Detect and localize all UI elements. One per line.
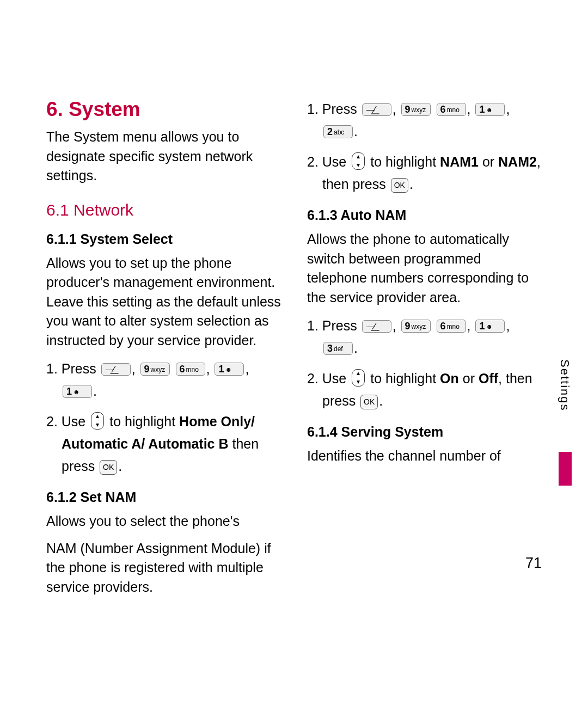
intro-text: The System menu allows you to designate …	[46, 127, 281, 186]
heading-serving-system: 6.1.4 Serving System	[307, 424, 542, 440]
side-tab-marker	[559, 452, 572, 486]
step-613-1: 1. Press , 9wxyz 6mno, 1☻, 3def.	[307, 315, 542, 360]
ok-key-icon: OK	[360, 395, 378, 409]
ok-key-icon: OK	[100, 460, 117, 475]
heading-auto-nam: 6.1.3 Auto NAM	[307, 207, 542, 223]
para-system-select: Allows you to set up the phone producer'…	[46, 254, 281, 351]
step-612-1: 1. Press , 9wxyz 6mno, 1☻, 2abc.	[307, 98, 542, 143]
para-auto-nam: Allows the phone to automatically switch…	[307, 230, 542, 307]
menu-key-icon	[362, 103, 391, 116]
para-set-nam-2: NAM (Number Assignment Module) if the ph…	[46, 539, 281, 597]
nav-updown-icon	[352, 152, 365, 170]
menu-key-icon	[362, 320, 391, 333]
step-613-2: 2. Use to highlight On or Off, then pres…	[307, 367, 542, 413]
key-6: 6mno	[437, 320, 466, 333]
section-heading: 6. System	[46, 98, 281, 121]
step-611-2: 2. Use to highlight Home Only/ Automatic…	[46, 410, 281, 478]
page-number: 71	[525, 555, 542, 572]
key-1: 1☻	[475, 320, 505, 333]
key-6: 6mno	[437, 103, 466, 116]
key-1: 1☻	[215, 363, 244, 376]
para-set-nam-1: Allows you to select the phone's	[46, 512, 281, 531]
key-6: 6mno	[176, 363, 205, 376]
side-tab-label: Settings	[558, 359, 572, 412]
step-611-1: 1. Press , 9wxyz 6mno, 1☻, 1☻.	[46, 358, 281, 403]
key-3: 3def	[323, 342, 353, 355]
nav-updown-icon	[352, 369, 365, 387]
menu-key-icon	[101, 363, 131, 376]
key-9: 9wxyz	[401, 320, 431, 333]
key-2: 2abc	[323, 125, 353, 138]
key-1b: 1☻	[63, 385, 92, 398]
ok-key-icon: OK	[391, 178, 408, 193]
nav-updown-icon	[91, 412, 104, 430]
subsection-network: 6.1 Network	[46, 201, 281, 219]
heading-system-select: 6.1.1 System Select	[46, 231, 281, 247]
key-9: 9wxyz	[401, 103, 431, 116]
key-9: 9wxyz	[140, 363, 170, 376]
heading-set-nam: 6.1.2 Set NAM	[46, 489, 281, 505]
step-612-2: 2. Use to highlight NAM1 or NAM2, then p…	[307, 151, 542, 196]
para-serving-system: Identifies the channel number of	[307, 446, 542, 466]
key-1: 1☻	[475, 103, 505, 116]
